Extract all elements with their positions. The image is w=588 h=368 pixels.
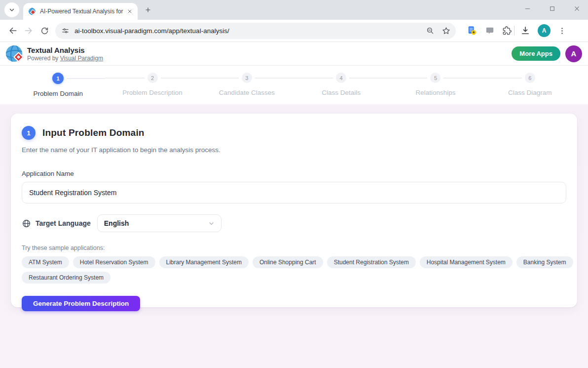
sample-chip[interactable]: Banking System [516,256,573,268]
window-minimize-button[interactable] [523,4,532,13]
target-language-select[interactable]: English [97,214,221,232]
reload-button[interactable] [37,23,52,39]
step-relationships[interactable]: 5 Relationships [388,73,482,104]
app-header: Textual Analysis Powered by Visual Parad… [0,42,588,66]
visual-paradigm-logo [6,45,22,62]
tab-close-icon[interactable] [126,7,134,15]
chevron-down-icon [208,220,215,227]
chevron-down-icon [8,6,15,13]
address-bar[interactable]: ai-toolbox.visual-paradigm.com/app/textu… [55,23,456,39]
step-label: Candidate Classes [219,89,275,96]
window-maximize-button[interactable] [548,4,556,13]
step-candidate-classes[interactable]: 3 Candidate Classes [200,73,294,104]
window-close-button[interactable] [572,4,581,13]
step-label: Problem Description [122,89,183,96]
zoom-icon[interactable] [426,26,435,35]
url-text[interactable]: ai-toolbox.visual-paradigm.com/app/textu… [74,27,421,35]
sample-chip[interactable]: Online Shopping Cart [253,256,323,268]
new-tab-button[interactable] [142,3,154,16]
wizard-stepper: 1 Problem Domain 2 Problem Description 3… [0,66,588,104]
step-class-diagram[interactable]: 6 Class Diagram [483,73,577,104]
tab-title: AI-Powered Textual Analysis for [40,8,126,15]
browser-toolbar: ai-toolbox.visual-paradigm.com/app/textu… [0,20,588,42]
comment-extension-icon[interactable] [485,26,495,36]
more-apps-button[interactable]: More Apps [512,46,560,61]
sample-chip[interactable]: Library Management System [159,256,249,268]
page-content: 1 Input Problem Domain Enter the name of… [0,104,588,368]
forward-button[interactable] [21,23,37,39]
puzzle-extensions-icon[interactable] [502,26,512,36]
visual-paradigm-favicon [28,7,36,15]
globe-icon [22,219,31,228]
sample-chip-row: ATM System Hotel Reservation System Libr… [22,256,566,268]
extension-icons [467,25,512,36]
application-name-label: Application Name [22,170,566,177]
user-avatar[interactable]: A [565,45,582,62]
samples-label: Try these sample applications: [22,245,566,251]
sample-chip[interactable]: Student Registration System [327,256,416,268]
visual-paradigm-link[interactable]: Visual Paradigm [60,55,103,62]
sample-chip[interactable]: ATM System [22,256,69,268]
browser-tab[interactable]: AI-Powered Textual Analysis for [23,3,138,20]
window-controls [523,0,581,17]
kebab-menu-icon[interactable] [558,27,566,35]
application-name-input[interactable] [22,182,566,204]
target-language-value: English [104,219,129,227]
toolbar-right-cluster: A [520,24,566,37]
powered-by: Powered by Visual Paradigm [27,55,103,62]
step-problem-domain[interactable]: 1 Problem Domain [11,73,105,104]
doc-download-extension-icon[interactable] [467,25,478,36]
sample-chip[interactable]: Hospital Management System [420,256,513,268]
sample-chip[interactable]: Restaurant Ordering System [22,272,110,284]
browser-profile-avatar[interactable]: A [538,24,551,37]
generate-problem-description-button[interactable]: Generate Problem Description [22,296,140,311]
downloads-icon[interactable] [520,26,530,36]
card-title: Input Problem Domain [42,127,145,138]
site-settings-icon[interactable] [61,27,70,35]
browser-tab-strip: AI-Powered Textual Analysis for [0,0,588,20]
plus-icon [145,6,151,13]
problem-domain-card: 1 Input Problem Domain Enter the name of… [11,114,577,307]
sample-chip-row: Restaurant Ordering System [22,272,566,284]
card-subtitle: Enter the name of your IT application to… [22,146,566,154]
sample-chip[interactable]: Hotel Reservation System [73,256,155,268]
step-class-details[interactable]: 4 Class Details [294,73,388,104]
step-label: Relationships [415,89,455,96]
app-title: Textual Analysis [27,46,103,54]
step-number-badge: 1 [22,126,36,140]
step-label: Class Details [322,89,361,96]
bookmark-star-icon[interactable] [441,26,451,36]
step-label: Problem Domain [33,90,83,97]
toolbar-separator [514,26,514,36]
step-label: Class Diagram [508,89,552,96]
tab-search-button[interactable] [4,2,19,17]
target-language-label: Target Language [36,219,91,227]
step-problem-description[interactable]: 2 Problem Description [105,73,199,104]
back-button[interactable] [5,23,21,39]
